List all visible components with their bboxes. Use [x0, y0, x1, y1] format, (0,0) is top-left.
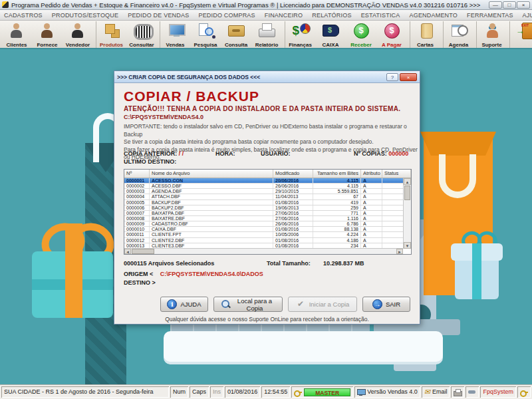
menu-pedido-compras[interactable]: PEDIDO COMPRAS [198, 12, 255, 19]
toolbar-vendas[interactable]: Vendas [160, 21, 190, 48]
cell-number: 0000013 [124, 243, 150, 248]
scrollbar-thumb[interactable] [132, 249, 154, 254]
menu-item-label: AGENDAMENTO [410, 12, 458, 19]
menu-financeiro[interactable]: FINANCEIRO [265, 12, 303, 19]
table-row[interactable]: 0000010 CAIXA.DBF 01/08/2016 88.138 A [124, 227, 411, 232]
cell-attribute: A [361, 243, 382, 248]
button-label: AJUDA [180, 301, 201, 308]
menu-cadastros[interactable]: CADASTROS [4, 12, 43, 19]
cell-number: 0000002 [124, 184, 150, 188]
table-row[interactable]: 0000002 ACESSO.DBF 26/06/2016 4.115 A [124, 184, 411, 189]
table-row[interactable]: 0000003 AGENDA.DBF 29/10/2015 5.559.851 … [124, 189, 411, 194]
menu-produtos-estoque[interactable]: PRODUTOS/ESTOQUE [52, 12, 118, 19]
menu-relatorios[interactable]: RELATÓRIOS [312, 12, 351, 19]
toolbar-suporte[interactable]: Suporte [476, 21, 507, 48]
scroll-up-icon[interactable]: ▲ [404, 178, 411, 185]
cell-number: 0000001 [124, 178, 150, 183]
status-email[interactable]: Email [422, 386, 450, 398]
toolbar-vendedor[interactable]: Vendedor [63, 21, 93, 48]
scroll-left-icon[interactable]: ◄ [124, 249, 131, 254]
toolbar-financas[interactable]: Finanças [285, 21, 315, 48]
status-location: SUA CIDADE - RS 1 de Agosto de 2016 - Se… [1, 386, 169, 398]
maximize-button[interactable]: □ [503, 1, 516, 9]
status-caps-lock: Caps [190, 386, 209, 398]
cell-modified: 01/08/2016 [273, 238, 313, 243]
cell-filename: BACKUP.DBF [150, 200, 273, 205]
dialog-button-iniciar-copia[interactable]: Iniciar a Copia [288, 297, 357, 312]
minimize-button[interactable]: — [489, 1, 502, 9]
menu-estatistica[interactable]: ESTATISTICA [361, 12, 400, 19]
keyboard [164, 331, 443, 362]
dialog-heading: COPIAR / BACKUP [124, 88, 259, 104]
cell-attribute: A [361, 178, 382, 183]
produtos-icon [104, 22, 121, 39]
hour-label: HORA: [215, 150, 235, 157]
selection-summary: 0000115 Arquivos Selecionados Total Tama… [124, 260, 412, 267]
scroll-down-icon[interactable]: ▼ [404, 242, 411, 249]
dialog-button-ajuda[interactable]: AJUDA [160, 297, 208, 312]
scroll-right-icon[interactable]: ► [396, 249, 403, 254]
cell-modified: 19/06/2013 [273, 205, 313, 210]
window-title: Programa Pedido de Vendas + Estoque & Fi… [11, 1, 489, 9]
toolbar-apagar[interactable]: A Pagar [376, 21, 407, 48]
dialog-button-sair[interactable]: SAIR [362, 297, 410, 312]
toolbar-sair[interactable]: EXIT [509, 21, 532, 48]
col-status[interactable]: Status [382, 170, 411, 178]
table-row[interactable]: 0000006 BACKUP2.DBF 19/06/2013 259 A [124, 205, 411, 211]
dialog-button-local-para-copia[interactable]: Local para a Copia [213, 297, 283, 312]
toolbar-cartas[interactable]: Cartas [410, 21, 440, 48]
status-printer[interactable] [451, 386, 464, 398]
table-row[interactable]: 0000012 CLIENTE2.DBF 01/08/2016 4.186 A [124, 238, 411, 243]
support-note: Qualquer dúvida acesse o nosso Suporte O… [114, 316, 420, 323]
vertical-scrollbar[interactable]: ▲ ▼ [403, 178, 411, 249]
toolbar-button-label: Suporte [477, 42, 507, 48]
table-row[interactable]: 0000001 ACESSO.CON 20/06/2016 4.115 A [124, 178, 411, 184]
cell-attribute: A [361, 227, 382, 231]
toolbar-agenda[interactable]: Agenda [443, 21, 473, 48]
toolbar-produtos[interactable]: Produtos [96, 21, 126, 48]
toolbar-clientes[interactable]: Clientes [1, 21, 32, 48]
destination-label: DESTINO > [124, 279, 156, 286]
bag-handle [439, 154, 476, 198]
toolbar-caixa[interactable]: CAIXA [315, 21, 346, 48]
toolbar-fornece[interactable]: Fornece [32, 21, 63, 48]
dialog-help-button[interactable]: ? [386, 73, 398, 81]
table-row[interactable]: 0000004 ATTACH.DBF 11/04/2013 67 A [124, 194, 411, 200]
scrollbar-thumb[interactable] [404, 186, 410, 200]
cell-filename: ACESSO.CON [150, 178, 273, 183]
status-network[interactable] [466, 386, 479, 398]
close-button[interactable]: × [517, 1, 530, 9]
toolbar-consulta[interactable]: Consulta [221, 21, 251, 48]
table-row[interactable]: 0000009 CADASTRO.DBF 26/06/2016 6.786 A [124, 221, 411, 227]
status-key [517, 386, 531, 398]
table-row[interactable]: 0000005 BACKUP.DBF 01/08/2016 419 A [124, 200, 411, 205]
table-row[interactable]: 0000011 CLIENTE.FPT 10/05/2006 4.224 A [124, 232, 411, 237]
col-number[interactable]: Nº [124, 170, 150, 178]
cell-filename: BACKUP2.DBF [150, 205, 273, 210]
col-attribute[interactable]: Atributo [361, 170, 382, 178]
total-size-label: Total Tamanho: [267, 260, 311, 267]
user-badge: MASTER [304, 388, 350, 396]
cell-number: 0000010 [124, 227, 150, 231]
col-filename[interactable]: Nome do Arquivo [150, 170, 273, 178]
toolbar-consultar[interactable]: Consultar [126, 21, 157, 48]
menu-pedido-de-vendas[interactable]: PEDIDO DE VENDAS [128, 12, 189, 19]
backup-dialog: >>> CRIAR COPIA DE SEGURANÇA DOS DADOS <… [114, 70, 420, 325]
menu-ferramentas[interactable]: FERRAMENTAS [467, 12, 513, 19]
horizontal-scrollbar[interactable]: ◄ ► [124, 248, 403, 254]
col-modified[interactable]: Modificado [273, 170, 313, 178]
cell-modified: 29/10/2015 [273, 189, 313, 194]
source-path: C:\FPQSYSTEM\VENDAS4.0\DADOS [160, 271, 263, 277]
toolbar-relatorio[interactable]: Relatório [251, 21, 282, 48]
table-row[interactable]: 0000008 BAIXATRE.DBF 27/06/2016 1.116 A [124, 216, 411, 221]
table-row[interactable]: 0000007 BAIXATPA.DBF 27/06/2016 771 A [124, 211, 411, 216]
source-label: ORIGEM < [124, 271, 153, 277]
toolbar-receber[interactable]: Receber [346, 21, 376, 48]
toolbar-button-label: Agenda [444, 42, 473, 48]
toolbar-pesquisa[interactable]: Pesquisa [190, 21, 221, 48]
dialog-close-button[interactable]: × [400, 73, 417, 81]
status-date: 01/08/2016 [225, 386, 260, 398]
menu-ajuda[interactable]: AJUDA [523, 12, 532, 19]
col-size[interactable]: Tamanho em Bites [313, 170, 361, 178]
menu-agendamento[interactable]: AGENDAMENTO [410, 12, 458, 19]
